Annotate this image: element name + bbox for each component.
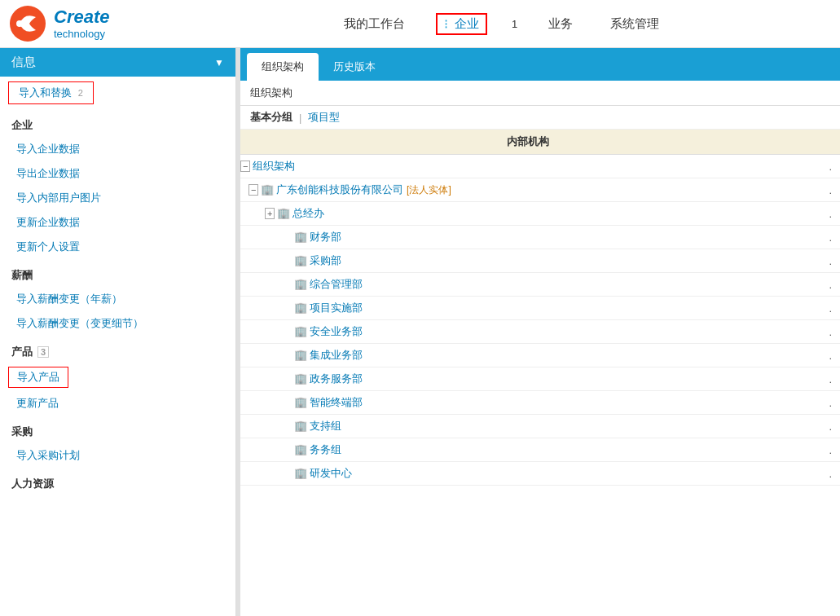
tab-org[interactable]: 组织架构 <box>247 53 319 81</box>
import-product-btn[interactable]: 导入产品 <box>8 367 68 388</box>
tab-history[interactable]: 历史版本 <box>319 53 390 81</box>
table-row: 🏢项目实施部. <box>240 297 840 320</box>
org-company-link[interactable]: 广东创能科技股份有限公司 <box>276 183 403 196</box>
svg-point-1 <box>16 20 23 27</box>
row-dot-13: . <box>816 462 840 486</box>
org-cell-11: 🏢支持组 <box>240 415 816 438</box>
building-icon: 🏢 <box>294 231 307 243</box>
sidebar-item-update-product[interactable]: 更新产品 <box>0 391 235 416</box>
main-nav: 我的工作台 ⁝ 企业 1 业务 系统管理 <box>171 13 832 35</box>
sidebar-group-salary: 薪酬 导入薪酬变更（年薪） 导入薪酬变更（变更细节） <box>0 259 235 336</box>
logo-icon <box>8 4 47 43</box>
import-product-section: 导入产品 <box>0 363 235 391</box>
filter-project[interactable]: 项目型 <box>308 110 340 125</box>
sidebar-item-update-personal[interactable]: 更新个人设置 <box>0 235 235 259</box>
org-dept-link[interactable]: 研发中心 <box>310 467 352 479</box>
table-row: −🏢广东创能科技股份有限公司 [法人实体]. <box>240 178 840 202</box>
import-replace-section: 导入和替换 2 <box>0 77 235 109</box>
sidebar-group-title-enterprise: 企业 <box>0 114 235 137</box>
logo-text: Create technology <box>54 7 109 41</box>
expand-btn-2[interactable]: + <box>265 208 275 219</box>
building-icon: 🏢 <box>294 396 307 408</box>
sidebar-item-update-enterprise[interactable]: 更新企业数据 <box>0 210 235 235</box>
table-row: 🏢研发中心. <box>240 462 840 486</box>
sidebar: 信息 ▼ 导入和替换 2 企业 导入企业数据 导出企业数据 导入内部用户图片 更… <box>0 48 236 616</box>
org-dept-link[interactable]: 集成业务部 <box>310 349 363 361</box>
content-body: 组织架构 基本分组 | 项目型 内部机构 −组织架构.−🏢广东创 <box>240 81 840 616</box>
sidebar-item-import-salary-annual[interactable]: 导入薪酬变更（年薪） <box>0 287 235 311</box>
org-cell-3: 🏢财务部 <box>240 226 816 249</box>
sidebar-item-import-purchase[interactable]: 导入采购计划 <box>0 443 235 468</box>
building-icon: 🏢 <box>294 325 307 337</box>
org-dept-link[interactable]: 支持组 <box>310 420 341 432</box>
org-dept-link[interactable]: 采购部 <box>310 254 341 266</box>
logo-line2: technology <box>54 28 109 41</box>
nav-business[interactable]: 业务 <box>542 13 579 35</box>
row-dot-0: . <box>816 155 840 178</box>
org-dept-link[interactable]: 综合管理部 <box>310 278 363 290</box>
import-replace-btn[interactable]: 导入和替换 2 <box>8 81 94 104</box>
building-icon: 🏢 <box>261 183 274 196</box>
sidebar-item-export-enterprise[interactable]: 导出企业数据 <box>0 161 235 186</box>
org-root-link[interactable]: 组织架构 <box>253 160 295 172</box>
sidebar-collapse-btn[interactable]: ▼ <box>214 57 224 68</box>
nav-badge: 1 <box>512 18 517 30</box>
table-row: 🏢采购部. <box>240 249 840 273</box>
col-actions <box>816 130 840 155</box>
sidebar-group-title-product: 产品 3 <box>0 341 235 363</box>
table-row: +🏢总经办. <box>240 202 840 226</box>
org-dept-link[interactable]: 安全业务部 <box>310 325 363 337</box>
sidebar-group-product: 产品 3 导入产品 更新产品 <box>0 336 235 416</box>
building-icon: 🏢 <box>294 301 307 314</box>
sidebar-group-enterprise: 企业 导入企业数据 导出企业数据 导入内部用户图片 更新企业数据 更新个人设置 <box>0 109 235 259</box>
sidebar-item-import-enterprise[interactable]: 导入企业数据 <box>0 137 235 161</box>
org-dept-link[interactable]: 总经办 <box>292 207 324 219</box>
building-icon: 🏢 <box>294 349 307 361</box>
org-dept-link[interactable]: 政务服务部 <box>310 372 363 385</box>
row-dot-7: . <box>816 320 840 344</box>
sidebar-item-import-salary-detail[interactable]: 导入薪酬变更（变更细节） <box>0 311 235 336</box>
org-cell-0: −组织架构 <box>240 155 816 178</box>
row-dot-8: . <box>816 344 840 367</box>
building-icon: 🏢 <box>294 420 307 432</box>
org-cell-9: 🏢政务服务部 <box>240 367 816 391</box>
org-dept-link[interactable]: 务务组 <box>310 443 341 455</box>
sidebar-item-import-user-pic[interactable]: 导入内部用户图片 <box>0 186 235 210</box>
org-cell-2: +🏢总经办 <box>240 202 816 226</box>
org-dept-link[interactable]: 项目实施部 <box>310 301 363 314</box>
building-icon: 🏢 <box>277 207 290 219</box>
logo-line1: Create <box>54 7 109 28</box>
row-dot-1: . <box>816 178 840 202</box>
nav-workbench[interactable]: 我的工作台 <box>337 13 411 35</box>
org-cell-6: 🏢项目实施部 <box>240 297 816 320</box>
table-row: 🏢智能终端部. <box>240 391 840 415</box>
table-row: 🏢综合管理部. <box>240 273 840 297</box>
row-dot-3: . <box>816 226 840 249</box>
filter-basic[interactable]: 基本分组 <box>250 110 292 125</box>
tabs-bar: 组织架构 历史版本 <box>240 48 840 81</box>
table-row: 🏢财务部. <box>240 226 840 249</box>
table-row: 🏢安全业务部. <box>240 320 840 344</box>
collapse-btn-0[interactable]: − <box>240 161 250 172</box>
org-cell-8: 🏢集成业务部 <box>240 344 816 367</box>
collapse-btn-1[interactable]: − <box>248 184 258 196</box>
row-dot-6: . <box>816 297 840 320</box>
nav-enterprise[interactable]: ⁝ 企业 <box>436 13 487 35</box>
header: Create technology 我的工作台 ⁝ 企业 1 业务 系统管理 <box>0 0 840 48</box>
breadcrumb: 组织架构 <box>240 81 840 106</box>
org-tree-table: 内部机构 −组织架构.−🏢广东创能科技股份有限公司 [法人实体].+🏢总经办.🏢… <box>240 130 840 486</box>
org-dept-link[interactable]: 财务部 <box>310 231 341 243</box>
nav-system[interactable]: 系统管理 <box>604 13 666 35</box>
sidebar-group-hr: 人力资源 <box>0 468 235 495</box>
building-icon: 🏢 <box>294 254 307 266</box>
org-dept-link[interactable]: 智能终端部 <box>310 396 363 408</box>
org-cell-7: 🏢安全业务部 <box>240 320 816 344</box>
org-table: 内部机构 −组织架构.−🏢广东创能科技股份有限公司 [法人实体].+🏢总经办.🏢… <box>240 130 840 616</box>
table-row: 🏢集成业务部. <box>240 344 840 367</box>
org-cell-13: 🏢研发中心 <box>240 462 816 486</box>
sidebar-group-title-salary: 薪酬 <box>0 264 235 287</box>
org-cell-5: 🏢综合管理部 <box>240 273 816 297</box>
row-dot-5: . <box>816 273 840 297</box>
building-icon: 🏢 <box>294 443 307 455</box>
row-dot-10: . <box>816 391 840 415</box>
